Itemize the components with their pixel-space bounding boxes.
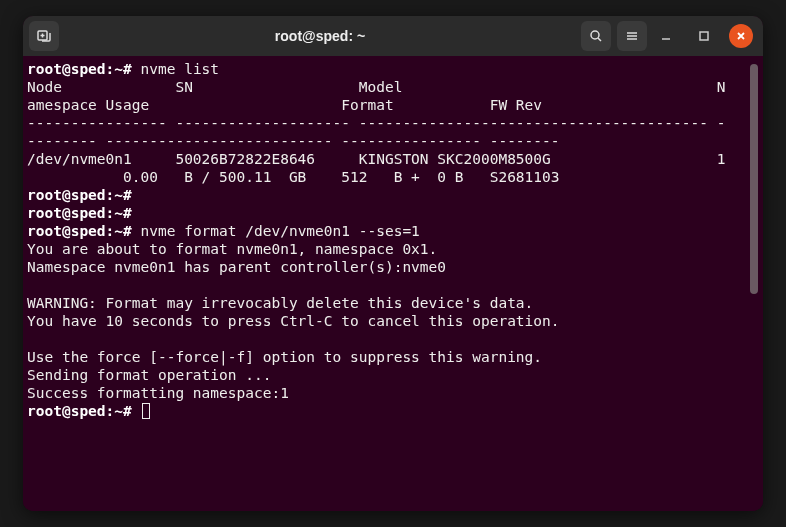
minimize-button[interactable] bbox=[653, 23, 679, 49]
prompt: root@sped:~# bbox=[27, 403, 141, 419]
terminal-line: root@sped:~# bbox=[27, 402, 749, 420]
terminal-line: root@sped:~# bbox=[27, 186, 749, 204]
terminal-line: You are about to format nvme0n1, namespa… bbox=[27, 240, 749, 258]
terminal-line: ---------------- -------------------- --… bbox=[27, 114, 749, 132]
menu-button[interactable] bbox=[617, 21, 647, 51]
terminal-line: 0.00 B / 500.11 GB 512 B + 0 B S2681103 bbox=[27, 168, 749, 186]
titlebar: root@sped: ~ bbox=[23, 16, 763, 56]
terminal-line: /dev/nvme0n1 50026B72822E8646 KINGSTON S… bbox=[27, 150, 749, 168]
scrollbar-thumb[interactable] bbox=[750, 64, 758, 294]
terminal-line: Use the force [--force|-f] option to sup… bbox=[27, 348, 749, 366]
terminal-line bbox=[27, 276, 749, 294]
prompt: root@sped:~# bbox=[27, 187, 141, 203]
window-title: root@sped: ~ bbox=[65, 28, 575, 44]
terminal-line: Namespace nvme0n1 has parent controller(… bbox=[27, 258, 749, 276]
terminal-body[interactable]: root@sped:~# nvme listNode SN Model Name… bbox=[23, 56, 763, 511]
search-button[interactable] bbox=[581, 21, 611, 51]
prompt: root@sped:~# bbox=[27, 61, 141, 77]
svg-rect-2 bbox=[700, 32, 708, 40]
terminal-line: root@sped:~# nvme format /dev/nvme0n1 --… bbox=[27, 222, 749, 240]
command-text: nvme list bbox=[141, 61, 220, 77]
scrollbar[interactable] bbox=[749, 60, 759, 507]
terminal-line: Success formatting namespace:1 bbox=[27, 384, 749, 402]
close-button[interactable] bbox=[729, 24, 753, 48]
maximize-button[interactable] bbox=[691, 23, 717, 49]
terminal-window: root@sped: ~ bbox=[23, 16, 763, 511]
terminal-line bbox=[27, 330, 749, 348]
cursor bbox=[142, 403, 150, 419]
command-text: nvme format /dev/nvme0n1 --ses=1 bbox=[141, 223, 420, 239]
terminal-line: WARNING: Format may irrevocably delete t… bbox=[27, 294, 749, 312]
terminal-line: Node SN Model N bbox=[27, 78, 749, 96]
prompt: root@sped:~# bbox=[27, 205, 141, 221]
terminal-line: Sending format operation ... bbox=[27, 366, 749, 384]
terminal-content[interactable]: root@sped:~# nvme listNode SN Model Name… bbox=[25, 60, 749, 507]
terminal-line: amespace Usage Format FW Rev bbox=[27, 96, 749, 114]
terminal-line: root@sped:~# nvme list bbox=[27, 60, 749, 78]
prompt: root@sped:~# bbox=[27, 223, 141, 239]
window-controls bbox=[653, 23, 757, 49]
svg-point-1 bbox=[591, 31, 599, 39]
terminal-line: You have 10 seconds to press Ctrl-C to c… bbox=[27, 312, 749, 330]
terminal-line: root@sped:~# bbox=[27, 204, 749, 222]
terminal-line: -------- -------------------------- ----… bbox=[27, 132, 749, 150]
new-tab-button[interactable] bbox=[29, 21, 59, 51]
